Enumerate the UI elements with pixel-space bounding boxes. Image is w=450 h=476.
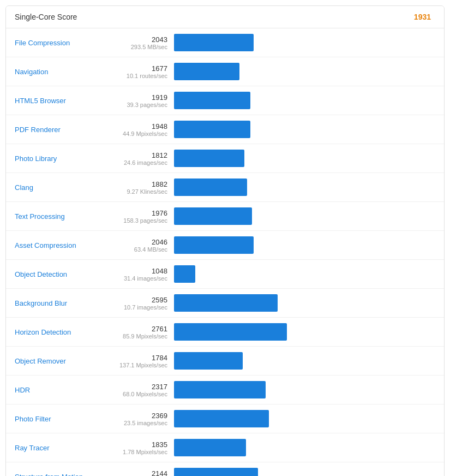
row-rate: 9.27 Klines/sec [102, 188, 167, 195]
bar [174, 381, 266, 398]
row-name[interactable]: Clang [15, 183, 102, 192]
row-metrics: 1784 137.1 Mpixels/sec [102, 354, 167, 368]
row-rate: 293.5 MB/sec [102, 44, 167, 50]
row-name[interactable]: Text Processing [15, 212, 102, 221]
bar [174, 178, 247, 196]
row-metrics: 2043 293.5 MB/sec [102, 35, 167, 50]
row-name[interactable]: File Compression [15, 39, 102, 47]
bar-container [174, 150, 435, 167]
bar [174, 92, 250, 109]
bar-container [174, 410, 435, 427]
row-score: 2369 [102, 412, 167, 420]
bar-container [174, 178, 435, 196]
row-rate: 68.0 Mpixels/sec [102, 391, 167, 397]
table-row: PDF Renderer 1948 44.9 Mpixels/sec [6, 115, 444, 144]
row-score: 1948 [102, 122, 167, 130]
table-row: File Compression 2043 293.5 MB/sec [6, 28, 444, 57]
table-row: Horizon Detection 2761 85.9 Mpixels/sec [6, 318, 444, 347]
row-name[interactable]: Structure from Motion [15, 473, 102, 477]
bar [174, 468, 258, 476]
bar-container [174, 323, 435, 341]
row-metrics: 2595 10.7 images/sec [102, 296, 167, 311]
row-score: 2761 [102, 325, 167, 333]
table-row: Navigation 1677 10.1 routes/sec [6, 57, 444, 86]
row-score: 1919 [102, 93, 167, 102]
bar-container [174, 34, 435, 51]
row-name[interactable]: Asset Compression [15, 241, 102, 249]
header-score: 1931 [387, 13, 431, 21]
row-rate: 39.3 pages/sec [102, 102, 167, 108]
bar [174, 34, 254, 51]
table-row: Object Detection 1048 31.4 images/sec [6, 260, 444, 289]
row-name[interactable]: HDR [15, 386, 102, 394]
bar [174, 294, 278, 312]
row-metrics: 2046 63.4 MB/sec [102, 238, 167, 253]
row-name[interactable]: Navigation [15, 68, 102, 76]
bar-container [174, 236, 435, 254]
row-rate: 10.7 images/sec [102, 304, 167, 311]
row-rate: 44.9 Mpixels/sec [102, 130, 167, 137]
row-rate: 23.5 images/sec [102, 420, 167, 426]
table-row: Asset Compression 2046 63.4 MB/sec [6, 231, 444, 260]
bar-container [174, 294, 435, 312]
row-score: 2595 [102, 296, 167, 304]
bar-container [174, 92, 435, 109]
table-row: HTML5 Browser 1919 39.3 pages/sec [6, 86, 444, 115]
bar [174, 352, 243, 370]
bar-container [174, 63, 435, 80]
table-row: Text Processing 1976 158.3 pages/sec [6, 202, 444, 231]
row-metrics: 1812 24.6 images/sec [102, 151, 167, 166]
row-rate: 85.9 Mpixels/sec [102, 333, 167, 340]
row-name[interactable]: Photo Library [15, 154, 102, 163]
bar-container [174, 265, 435, 283]
bar [174, 63, 239, 80]
row-name[interactable]: Object Detection [15, 270, 102, 278]
table-row: Photo Filter 2369 23.5 images/sec [6, 404, 444, 433]
row-score: 2317 [102, 383, 167, 391]
row-score: 1048 [102, 267, 167, 275]
header-row: Single-Core Score 1931 [6, 6, 444, 28]
row-metrics: 2144 67.9 Kpixels/sec [102, 469, 167, 477]
row-score: 1784 [102, 354, 167, 362]
row-name[interactable]: PDF Renderer [15, 126, 102, 134]
row-score: 2043 [102, 35, 167, 44]
bar [174, 121, 250, 138]
row-score: 1812 [102, 151, 167, 159]
row-name[interactable]: Photo Filter [15, 415, 102, 423]
row-rate: 31.4 images/sec [102, 275, 167, 282]
row-metrics: 1882 9.27 Klines/sec [102, 180, 167, 195]
row-metrics: 1919 39.3 pages/sec [102, 93, 167, 108]
row-metrics: 2761 85.9 Mpixels/sec [102, 325, 167, 340]
row-rate: 63.4 MB/sec [102, 246, 167, 253]
row-score: 2046 [102, 238, 167, 246]
row-score: 1677 [102, 64, 167, 73]
table-row: Background Blur 2595 10.7 images/sec [6, 289, 444, 318]
benchmark-container: Single-Core Score 1931 File Compression … [5, 5, 445, 476]
bar [174, 207, 252, 225]
bar-container [174, 352, 435, 370]
row-metrics: 1048 31.4 images/sec [102, 267, 167, 282]
bar [174, 410, 269, 427]
row-metrics: 1677 10.1 routes/sec [102, 64, 167, 79]
row-rate: 137.1 Mpixels/sec [102, 362, 167, 368]
row-name[interactable]: Object Remover [15, 357, 102, 365]
bar-container [174, 381, 435, 398]
bar [174, 236, 254, 254]
table-row: Clang 1882 9.27 Klines/sec [6, 173, 444, 202]
rows-container: File Compression 2043 293.5 MB/sec Navig… [6, 28, 444, 476]
row-name[interactable]: Background Blur [15, 299, 102, 307]
bar-container [174, 468, 435, 476]
row-name[interactable]: Horizon Detection [15, 328, 102, 336]
row-name[interactable]: Ray Tracer [15, 444, 102, 452]
row-name[interactable]: HTML5 Browser [15, 97, 102, 105]
row-rate: 158.3 pages/sec [102, 217, 167, 224]
table-row: Ray Tracer 1835 1.78 Mpixels/sec [6, 433, 444, 462]
row-rate: 24.6 images/sec [102, 159, 167, 166]
bar [174, 439, 246, 456]
row-metrics: 2317 68.0 Mpixels/sec [102, 383, 167, 397]
bar [174, 323, 287, 341]
bar-container [174, 121, 435, 138]
row-score: 1976 [102, 209, 167, 217]
table-row: HDR 2317 68.0 Mpixels/sec [6, 376, 444, 404]
row-metrics: 2369 23.5 images/sec [102, 412, 167, 426]
